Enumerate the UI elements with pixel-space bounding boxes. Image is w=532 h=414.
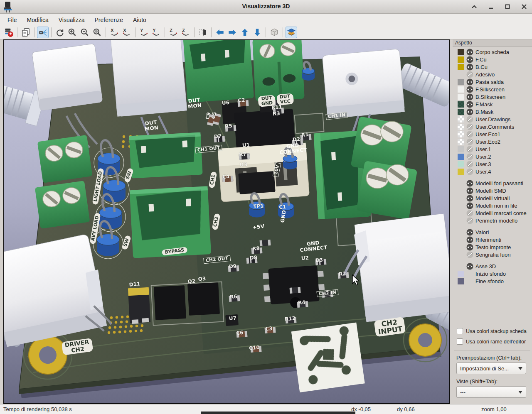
text-row-testo-impronte[interactable]: Testo impronte: [458, 243, 532, 251]
color-swatch[interactable]: [458, 109, 464, 115]
visibility-off-eye-icon[interactable]: [466, 153, 473, 160]
color-swatch[interactable]: [458, 86, 464, 93]
layer-row-pasta-salda[interactable]: Pasta salda: [458, 78, 532, 86]
zoom-in-button[interactable]: [66, 27, 78, 38]
misc-row-fine-sfondo[interactable]: Fine sfondo: [458, 277, 532, 285]
model-row-modelli-marcati-come[interactable]: Modelli marcati come: [458, 209, 532, 217]
layer-row-user-drawings[interactable]: User.Drawings: [458, 115, 532, 123]
misc-row-inizio-sfondo[interactable]: Inizio sfondo: [458, 270, 532, 277]
color-swatch[interactable]: [458, 195, 464, 201]
checkbox-box[interactable]: [457, 338, 463, 345]
minimize-button[interactable]: [486, 2, 495, 11]
presets-dropdown[interactable]: Impostazioni di Se...: [456, 363, 526, 374]
menu-visualizza[interactable]: Visualizza: [54, 15, 89, 24]
color-swatch[interactable]: [458, 71, 464, 78]
visibility-off-eye-icon[interactable]: [466, 168, 473, 175]
visibility-on-eye-icon[interactable]: [466, 101, 473, 108]
visibility-on-eye-icon[interactable]: [466, 108, 473, 115]
visibility-on-eye-icon[interactable]: [466, 78, 473, 86]
ortho-projection-button[interactable]: [268, 27, 280, 38]
visibility-off-eye-icon[interactable]: [466, 210, 473, 217]
layer-row-f-silkscreen[interactable]: F.Silkscreen: [458, 86, 532, 93]
color-swatch[interactable]: [458, 188, 464, 194]
views-dropdown[interactable]: ---: [456, 386, 526, 398]
color-swatch[interactable]: [458, 180, 464, 186]
rotate-y-cw-button[interactable]: Y: [138, 27, 150, 38]
model-row-modelli-fori-passanti[interactable]: Modelli fori passanti: [458, 179, 532, 187]
visibility-on-eye-icon[interactable]: [466, 229, 473, 236]
flip-board-button[interactable]: [197, 27, 209, 38]
visibility-off-eye-icon[interactable]: [466, 251, 473, 258]
copy-image-button[interactable]: [20, 27, 32, 38]
model-row-modelli-virtuali[interactable]: Modelli virtuali: [458, 194, 532, 202]
appearance-panel-button[interactable]: [286, 27, 297, 38]
3d-viewport[interactable]: DUT MONDUT MONDUT GNDDUT VCCCH1 INR11R3C…: [3, 39, 450, 404]
move-up-button[interactable]: [239, 27, 251, 38]
color-swatch[interactable]: [458, 161, 464, 167]
color-swatch[interactable]: [458, 49, 464, 55]
visibility-off-eye-icon[interactable]: [466, 217, 473, 224]
visibility-on-eye-icon[interactable]: [466, 195, 473, 202]
visibility-on-eye-icon[interactable]: [466, 236, 473, 243]
checkbox-usa-colori-stackup-scheda[interactable]: Usa colori stackup scheda: [453, 326, 532, 336]
color-swatch[interactable]: [458, 237, 464, 243]
layer-row-user-4[interactable]: User.4: [458, 168, 532, 175]
color-swatch[interactable]: [458, 64, 464, 70]
model-row-perimetri-modello[interactable]: Perimetri modello: [458, 217, 532, 224]
color-swatch[interactable]: [458, 139, 464, 145]
move-right-button[interactable]: [227, 27, 238, 38]
reload-board-button[interactable]: [3, 27, 15, 38]
color-swatch[interactable]: [458, 271, 464, 277]
color-swatch[interactable]: [458, 252, 464, 258]
menu-file[interactable]: File: [3, 15, 21, 24]
text-row-valori[interactable]: Valori: [458, 228, 532, 236]
visibility-on-eye-icon[interactable]: [466, 202, 473, 209]
shade-button[interactable]: [470, 2, 479, 11]
rotate-x-cw-button[interactable]: X: [108, 27, 120, 38]
text-row-serigrafia-fuori[interactable]: Serigrafia fuori: [458, 251, 532, 258]
layer-row-f-mask[interactable]: F.Mask: [458, 100, 532, 108]
layer-row-b-silkscreen[interactable]: B.Silkscreen: [458, 93, 532, 100]
visibility-on-eye-icon[interactable]: [466, 93, 473, 100]
checkbox-usa-colori-rame-dell-editor[interactable]: Usa colori rame dell'editor: [453, 336, 532, 347]
visibility-off-eye-icon[interactable]: [466, 161, 473, 168]
layer-row-f-cu[interactable]: F.Cu: [458, 56, 532, 63]
maximize-button[interactable]: [503, 2, 512, 11]
visibility-on-eye-icon[interactable]: [466, 64, 473, 71]
color-swatch[interactable]: [458, 79, 464, 85]
color-swatch[interactable]: [458, 56, 464, 63]
layer-row-user-eco2[interactable]: User.Eco2: [458, 138, 532, 145]
layer-row-adesivo[interactable]: Adesivo: [458, 71, 532, 78]
color-swatch[interactable]: [458, 131, 464, 137]
visibility-off-eye-icon[interactable]: [466, 123, 473, 130]
color-swatch[interactable]: [458, 210, 464, 216]
move-down-button[interactable]: [251, 27, 263, 38]
layer-row-b-cu[interactable]: B.Cu: [458, 63, 532, 71]
menu-preferenze[interactable]: Preferenze: [90, 15, 127, 24]
visibility-off-eye-icon[interactable]: [466, 146, 473, 153]
title-bar[interactable]: Visualizzatore 3D: [0, 0, 532, 14]
layer-row-user-eco1[interactable]: User.Eco1: [458, 130, 532, 138]
visibility-off-eye-icon[interactable]: [466, 131, 473, 138]
visibility-on-eye-icon[interactable]: [466, 56, 473, 63]
rotate-z-cw-button[interactable]: Z: [167, 27, 179, 38]
layer-row-user-2[interactable]: User.2: [458, 153, 532, 160]
visibility-on-eye-icon[interactable]: [466, 49, 473, 56]
visibility-on-eye-icon[interactable]: [466, 244, 473, 251]
visibility-on-eye-icon[interactable]: [466, 180, 473, 187]
color-swatch[interactable]: [458, 94, 464, 100]
layer-row-user-3[interactable]: User.3: [458, 160, 532, 168]
layer-row-b-mask[interactable]: B.Mask: [458, 108, 532, 115]
move-left-button[interactable]: [214, 27, 226, 38]
model-row-modelli-non-in-file[interactable]: Modelli non in file: [458, 202, 532, 209]
layer-row-user-comments[interactable]: User.Comments: [458, 123, 532, 130]
color-swatch[interactable]: [458, 124, 464, 130]
rotate-z-ccw-button[interactable]: Z: [180, 27, 192, 38]
color-swatch[interactable]: [458, 229, 464, 235]
color-swatch[interactable]: [458, 169, 464, 175]
close-button[interactable]: [520, 2, 529, 11]
menu-aiuto[interactable]: Aiuto: [129, 15, 150, 24]
color-swatch[interactable]: [458, 101, 464, 108]
visibility-off-eye-icon[interactable]: [466, 138, 473, 145]
visibility-on-eye-icon[interactable]: [466, 187, 473, 194]
